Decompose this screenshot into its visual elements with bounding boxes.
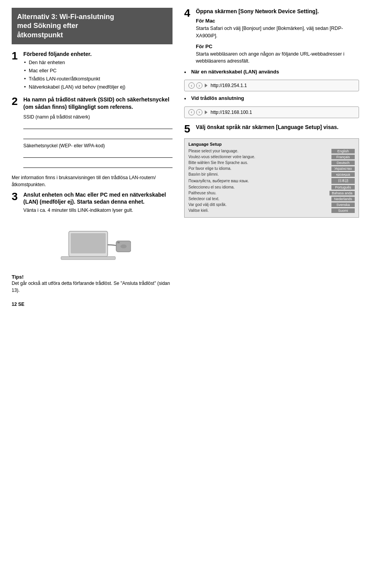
- step-1-title: Förbered följande enheter.: [23, 51, 173, 58]
- step-1-number: 1: [12, 51, 20, 61]
- wireless-bullet: • Vid trådlös anslutning: [184, 95, 359, 102]
- step-2: 2 Ha namn på trådlöst nätverk (SSID) och…: [12, 96, 173, 169]
- lang-row-label: Seleccioneu el seu idioma.: [188, 185, 331, 189]
- lang-rows: Please select your language.EnglishVoule…: [188, 149, 355, 213]
- step-2-content: Ha namn på trådlöst nätverk (SSID) och s…: [23, 96, 173, 169]
- lang-row-label: Por favor elige tu idioma.: [188, 166, 331, 171]
- lang-row: Voulez-vous sélectionner votre langue.Fr…: [188, 155, 355, 159]
- step-1-content: Förbered följande enheter. Den här enhet…: [23, 51, 173, 91]
- browser-nav-wired: ‹ ›: [188, 82, 207, 89]
- lang-row: Please select your language.English: [188, 149, 355, 154]
- lang-row: Basılın bir şilimni.қазақша: [188, 172, 355, 177]
- lang-row-label: Please select your language.: [188, 149, 331, 153]
- lang-row-button[interactable]: Suomi: [331, 208, 355, 213]
- svg-rect-1: [71, 233, 106, 253]
- for-mac-text: Starta Safari och välj [Bonjour] under […: [196, 25, 359, 40]
- lang-row-button[interactable]: Українство: [331, 166, 355, 171]
- bullet-dot-wired: •: [184, 69, 189, 76]
- page-header: Alternativ 3: Wi-Fi-anslutning med Sökni…: [12, 8, 173, 44]
- fwd-btn-wireless-icon: ›: [196, 109, 202, 115]
- field1-label: SSID (namn på trådlöst nätverk): [23, 114, 173, 120]
- go-button-icon: [205, 84, 207, 87]
- lang-row-button[interactable]: Bahasa anda: [329, 191, 355, 195]
- browser-bar-wireless: ‹ › http://192.168.100.1: [184, 106, 359, 118]
- for-pc-text: Starta webbläsaren och ange någon av föl…: [196, 51, 359, 65]
- lang-row: Var god välj ditt språk.Svenska: [188, 202, 355, 207]
- step-2-number: 2: [12, 96, 20, 107]
- lang-row-label: Selecteor cal text.: [188, 197, 331, 201]
- lang-row-button[interactable]: 日本語: [331, 178, 355, 184]
- forward-button-icon: ›: [196, 82, 202, 89]
- lang-row-label: Basılın bir şilimni.: [188, 172, 331, 176]
- step-3: 3 Anslut enheten och Mac eller PC med en…: [12, 191, 173, 214]
- wired-bullet: • När en nätverkskabel (LAN) används: [184, 69, 359, 76]
- step-1: 1 Förbered följande enheter. Den här enh…: [12, 51, 173, 91]
- go-btn-wireless-icon: [205, 110, 207, 114]
- lang-row-button[interactable]: English: [331, 149, 355, 154]
- back-btn-wireless-icon: ‹: [188, 109, 195, 115]
- lang-row-label: Voulez-vous sélectionner votre langue.: [188, 155, 331, 159]
- field2-label: Säkerhetsnyckel (WEP- eller WPA-kod): [23, 143, 173, 148]
- wireless-bullet-label: Vid trådlös anslutning: [191, 95, 244, 102]
- lang-row-button[interactable]: Svenska: [331, 202, 355, 207]
- lang-row: Bitte wählen Sie Ihre Sprache aus.Deutsc…: [188, 161, 355, 165]
- lang-row-button[interactable]: Deutsch: [331, 161, 355, 165]
- lang-row: Пожалуйста, выберите ваш язык.日本語: [188, 178, 355, 184]
- device-image: [12, 220, 173, 266]
- step-3-number: 3: [12, 191, 20, 202]
- step-4: 4 Öppna skärmen [Sony Network Device Set…: [184, 8, 359, 65]
- field1-line-2: [23, 131, 173, 139]
- url-wired: http://169.254.1.1: [211, 83, 355, 88]
- step-1-bullets: Den här enheten Mac eller PC Trådlös LAN…: [23, 59, 173, 91]
- svg-rect-5: [117, 242, 120, 243]
- lang-row: Selecteor cal text.Nederlands: [188, 197, 355, 201]
- header-title: Alternativ 3: Wi-Fi-anslutning med Sökni…: [17, 12, 167, 40]
- list-item: Trådlös LAN-router/åtkomstpunkt: [23, 75, 173, 83]
- tips-body: Det går också att utföra detta förfarand…: [12, 280, 173, 294]
- lang-setup-title: Language Setup: [188, 142, 355, 147]
- lang-row: Seleccioneu el seu idioma.Português: [188, 185, 355, 190]
- step-2-title: Ha namn på trådlöst nätverk (SSID) och s…: [23, 96, 173, 110]
- wired-bullet-label: När en nätverkskabel (LAN) används: [191, 69, 279, 75]
- tips-box: Tips! Det går också att utföra detta för…: [12, 274, 173, 294]
- lang-row-label: Bitte wählen Sie Ihre Sprache aus.: [188, 161, 331, 165]
- tips-title: Tips!: [12, 274, 173, 280]
- for-pc-label: För PC: [196, 44, 359, 49]
- lang-row-label: Valitse kieli.: [188, 208, 331, 213]
- browser-bar-wired: ‹ › http://169.254.1.1: [184, 80, 359, 91]
- field1-line: [23, 120, 173, 129]
- list-item: Nätverkskabel (LAN) vid behov (medföljer…: [23, 84, 173, 91]
- step-3-content: Anslut enheten och Mac eller PC med en n…: [23, 191, 173, 214]
- for-mac-label: För Mac: [196, 18, 359, 24]
- lang-row-label: Paitheuse shuu.: [188, 191, 329, 195]
- step-4-number: 4: [184, 8, 193, 19]
- lang-row-label: Пожалуйста, выберите ваш язык.: [188, 179, 331, 183]
- svg-point-4: [120, 244, 127, 248]
- language-setup-box: Language Setup Please select your langua…: [184, 138, 359, 218]
- lang-row-button[interactable]: қазақша: [331, 172, 355, 177]
- lang-row-label: Var god välj ditt språk.: [188, 202, 331, 207]
- step-4-title: Öppna skärmen [Sony Network Device Setti…: [196, 8, 359, 15]
- step-5-title: Välj önskat språk när skärmen [Language …: [196, 124, 338, 131]
- bullet-dot-wireless: •: [184, 95, 189, 102]
- list-item: Den här enheten: [23, 59, 173, 66]
- step-3-body: Vänta i ca. 4 minuter tills LINK-indikat…: [23, 207, 173, 214]
- lang-row-button[interactable]: Nederlands: [331, 197, 355, 201]
- step-4-content: Öppna skärmen [Sony Network Device Setti…: [196, 8, 359, 65]
- lang-row-button[interactable]: Português: [331, 185, 355, 190]
- field2-line-2: [23, 159, 173, 168]
- lang-row: Por favor elige tu idioma.Українство: [188, 166, 355, 171]
- info-text: Mer information finns i bruksanvisningen…: [12, 174, 173, 188]
- step-5-number: 5: [184, 124, 193, 134]
- url-wireless: http://192.168.100.1: [211, 110, 355, 115]
- browser-nav-wireless: ‹ ›: [188, 109, 207, 115]
- lang-row: Paitheuse shuu.Bahasa anda: [188, 191, 355, 195]
- step-3-title: Anslut enheten och Mac eller PC med en n…: [23, 191, 173, 205]
- step-5: 5 Välj önskat språk när skärmen [Languag…: [184, 124, 359, 134]
- lang-row-button[interactable]: Français: [331, 155, 355, 159]
- svg-rect-2: [61, 256, 115, 260]
- page-number: 12 SE: [12, 302, 173, 307]
- lang-row: Valitse kieli.Suomi: [188, 208, 355, 213]
- back-button-icon: ‹: [188, 82, 195, 89]
- field2-line: [23, 149, 173, 158]
